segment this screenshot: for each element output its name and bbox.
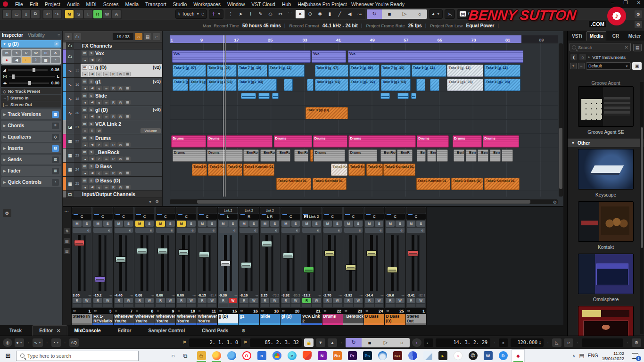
timeline-ruler[interactable]: 1917253341495765738189 [170,35,558,43]
taskbar-app-icon[interactable]: ◆ [512,350,524,362]
mixer-channel-strip[interactable]: C M S e -16.6 -∞ R W ∞ 25 [385,207,405,325]
fader-handle[interactable] [283,253,293,259]
right-zone-tab[interactable]: Meter [625,31,644,41]
taskbar-app-icon[interactable]: e [286,350,298,362]
track-row[interactable]: ▦ 24 m s D Bass ● ◀ e ∞ R W ▦ [63,163,162,177]
pan-control[interactable]: C [93,214,112,220]
mixer-channel-strip[interactable]: C M S e -2.70 -∞ R W ∞ 22 [322,207,343,325]
monitor-icon[interactable]: ◀ [89,171,95,175]
channel-strip-icon[interactable]: ▦ [124,156,131,161]
midi-event[interactable]: Drums [314,149,345,162]
edit-channel-button[interactable]: e [281,228,300,233]
track-row[interactable]: ◪ 21 m s VCA Link 2 ● ◀ e ∞ R W ▦ Volum [63,120,162,134]
fader-handle[interactable] [241,262,251,268]
monitor-icon[interactable]: ◀ [89,86,95,90]
tool-button[interactable]: I [246,10,255,18]
inspector-section[interactable]: ▶ Fader ⊞ [1,166,61,176]
audio-event[interactable]: Take 5 (g1_03) [238,79,277,91]
track-solo-button[interactable]: s [89,93,94,98]
auto-scroll-dropdown[interactable]: ✛▼ [209,9,223,19]
taskbar-app-icon[interactable]: 🗀 [195,350,207,362]
write-automation-button[interactable]: W [83,298,91,303]
taskbar-app-icon[interactable] [406,350,419,362]
collapse-icon[interactable]: ▾ [149,199,151,204]
solo-button[interactable]: S [354,221,363,227]
read-automation-button[interactable]: R [135,298,144,303]
routing-row[interactable]: [→ Stereo Out [1,101,61,107]
start-button[interactable]: ⊞ [0,349,16,362]
track-mute-button[interactable]: m [82,164,87,169]
track-row[interactable]: 🗀 m s FX Channels ● ◀ e ∞ R W ▦ [63,42,162,49]
track-solo-button[interactable]: s [89,164,94,169]
read-automation-button[interactable]: R [239,298,248,303]
pan-control[interactable]: L R [260,214,280,220]
taskbar-search-input[interactable]: Type here to search [16,351,139,361]
taskbar-app-icon[interactable]: D [497,350,509,362]
fader-handle[interactable] [387,267,397,273]
vertical-scrollbar[interactable] [559,43,563,197]
track-row[interactable]: ∿ 15 m s g (D) (v2) ● ◀ e ∞ R W ▦ [63,64,162,78]
routing-row[interactable]: ◇ No Track Preset [1,88,61,94]
lower-zone-tab[interactable]: MixConsole [67,325,111,336]
add-track-button[interactable]: + [65,33,72,40]
menu-item[interactable]: Hub [279,1,294,7]
inspector-section[interactable]: ▶ Equalizers ◇ [1,132,61,142]
track-mute-button[interactable]: m [82,122,87,126]
menu-item[interactable]: Workspaces [190,1,224,7]
write-automation-button[interactable]: W [166,298,175,303]
touch-keyboard-icon[interactable]: ▤ [579,353,584,359]
tool-button[interactable]: ◀ [345,10,354,18]
edit-channel-button[interactable]: e [156,228,174,233]
mixer-channel-strip[interactable]: C M S e 0.00 -∞ R W ○ 8 [134,207,155,325]
primary-time-display[interactable]: 14. 3. 2. 29 [436,338,490,347]
track-list-gear-icon[interactable]: ⚙ [155,199,159,204]
read-automation-icon[interactable]: R [110,156,116,161]
pan-control[interactable]: C [385,214,405,220]
fader-handle[interactable] [408,250,418,256]
fader-handle[interactable] [304,267,314,273]
track-solo-button[interactable]: s [89,107,94,112]
lanes-icon[interactable]: ▦ [41,57,50,63]
right-zone-tab[interactable]: VSTi [568,31,586,41]
punch-dropdown[interactable]: ◕▼ [429,9,443,19]
maximize-button[interactable]: ❐ [622,0,629,5]
midi-event[interactable]: Take2 Kontakt 01 [276,178,311,190]
write-automation-button[interactable]: W [312,298,321,303]
clear-search-icon[interactable]: ✕ [625,45,628,50]
read-automation-button[interactable]: R [156,298,165,303]
write-automation-icon[interactable]: W [96,128,102,133]
plugin-thumbnail[interactable] [578,201,634,242]
read-automation-button[interactable]: R [219,298,228,303]
lower-zone-tab[interactable]: Editor [111,325,142,336]
monitor-icon[interactable]: ◀ [89,114,95,119]
link-icon[interactable]: ∞ [103,156,109,161]
edit-channel-button[interactable]: e [93,228,112,233]
channel-name[interactable]: Stereo In [72,314,92,323]
audio-event[interactable] [380,93,390,99]
taskbar-app-icon[interactable]: ♫ [452,350,464,362]
channel-name[interactable]: _BenRock [343,314,363,323]
fader-handle[interactable] [137,248,147,254]
audio-event[interactable]: Take 5 (g1_03) [381,79,411,91]
automation-button[interactable]: S [74,10,83,18]
read-automation-button[interactable]: R [115,298,124,303]
record-button[interactable]: ○ [394,338,410,347]
link-icon[interactable]: ∞ [103,100,109,105]
write-automation-button[interactable]: W [396,298,405,303]
time-domain-icon[interactable]: ◔ [51,57,60,63]
midi-event[interactable]: Drums [171,135,206,148]
midi-event[interactable]: Take2 Kontakt 01 [416,178,450,190]
audio-event[interactable]: Take 9 (gl (D) [305,107,348,119]
midi-event[interactable]: _BenR [478,149,488,162]
solo-button[interactable]: S [396,221,405,227]
tool-button[interactable]: ⊙ [305,10,314,18]
taskbar-app-icon[interactable]: Ⓒ [467,350,479,362]
plugin-item[interactable]: Keyscape [568,149,644,197]
audio-event[interactable]: Take 6 (g_07) [315,65,349,77]
horizontal-scrollbar[interactable] [170,199,558,204]
write-automation-button[interactable]: W [375,298,384,303]
taskbar-app-icon[interactable]: Pr [346,350,358,362]
channel-strip-icon[interactable]: ▦ [124,100,131,105]
tool-button[interactable]: ✎ [256,10,265,18]
plugin-thumbnail[interactable] [578,86,634,127]
